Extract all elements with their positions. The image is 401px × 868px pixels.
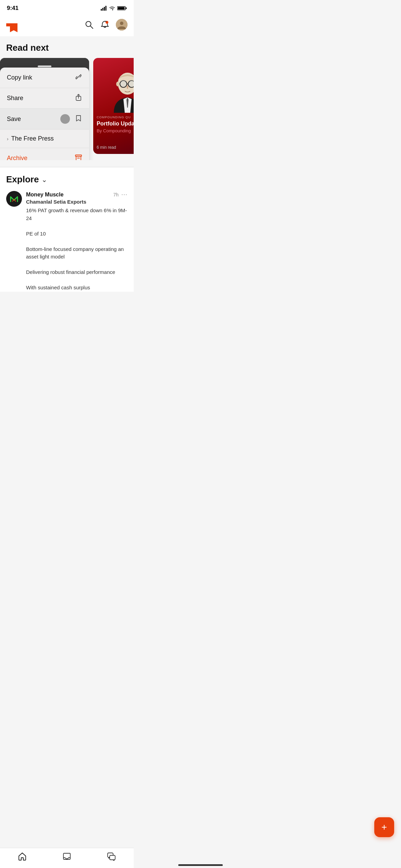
search-button[interactable] — [84, 20, 94, 29]
svg-line-8 — [90, 26, 93, 28]
card-tag: COMPOUNDING QU — [97, 116, 134, 119]
link-icon — [75, 73, 82, 82]
save-bookmark-icon — [75, 114, 82, 124]
card-right-read-time: 6 min read — [97, 145, 116, 150]
avatar[interactable] — [116, 19, 127, 31]
save-toggle[interactable] — [60, 114, 70, 124]
post-meta: 7h ··· — [113, 191, 127, 198]
save-item[interactable]: Save — [0, 109, 89, 130]
cards-inner: 8 min read — [0, 58, 134, 154]
the-free-press-label: The Free Press — [11, 135, 54, 142]
svg-rect-3 — [106, 6, 107, 11]
post-header-row: Money Muscle 7h ··· — [26, 191, 127, 198]
post-more-button[interactable]: ··· — [121, 191, 127, 198]
status-icons — [101, 6, 127, 11]
left-card-wrapper: 8 min read — [0, 58, 89, 154]
svg-rect-0 — [101, 9, 102, 11]
post-time: 7h — [113, 192, 119, 197]
post-line-1: 16% PAT growth & revenue down 6% in 9M-2… — [26, 207, 127, 222]
link-svg — [75, 73, 82, 81]
copy-link-label: Copy link — [7, 74, 32, 81]
save-controls — [60, 114, 82, 124]
card-handle — [38, 65, 51, 67]
post-avatar — [6, 191, 22, 207]
avatar-image — [116, 19, 127, 31]
svg-rect-5 — [126, 8, 127, 9]
share-svg — [75, 94, 82, 101]
chevron-right-icon: › — [7, 136, 9, 142]
app-logo[interactable] — [6, 17, 21, 32]
share-item[interactable]: Share — [0, 88, 89, 109]
read-next-section: Read next 8 min read — [0, 36, 134, 160]
post-line-2: PE of 10 — [26, 230, 127, 238]
the-free-press-item[interactable]: › The Free Press — [0, 130, 89, 148]
context-menu: Copy link Share — [0, 68, 89, 160]
archive-item[interactable]: Archive — [0, 148, 89, 160]
post-line-3: Bottom-line focused company operating an… — [26, 245, 127, 261]
svg-point-27 — [116, 82, 120, 86]
header-actions — [84, 19, 127, 31]
archive-icon — [75, 154, 82, 160]
post-line-4: Delivering robust financial performance — [26, 268, 127, 276]
card-right-image — [93, 58, 134, 113]
bookmark-svg — [75, 114, 82, 122]
status-bar: 9:41 — [0, 0, 134, 14]
bell-icon — [100, 20, 109, 29]
explore-section: Explore ⌄ Money Muscle 7h ··· Chamanlal — [0, 167, 134, 292]
notifications-button[interactable] — [100, 20, 110, 29]
explore-header: Explore ⌄ — [6, 174, 127, 185]
post-item[interactable]: Money Muscle 7h ··· Chamanlal Setia Expo… — [6, 191, 127, 292]
person-illustration — [104, 58, 134, 113]
explore-title: Explore — [6, 174, 39, 185]
archive-svg — [75, 154, 82, 160]
read-next-title: Read next — [0, 43, 134, 58]
svg-rect-6 — [118, 7, 125, 10]
bookmark-logo — [10, 23, 17, 32]
svg-point-22 — [120, 81, 127, 87]
post-content: Money Muscle 7h ··· Chamanlal Setia Expo… — [26, 191, 127, 292]
svg-line-16 — [77, 76, 80, 78]
cards-scroll[interactable]: 8 min read — [0, 58, 134, 160]
svg-rect-1 — [102, 8, 104, 11]
post-line-5: With sustained cash surplus — [26, 284, 127, 292]
card-right-author: By Compounding — [97, 128, 134, 133]
post-subtitle: Chamanlal Setia Exports — [26, 199, 127, 205]
right-card[interactable]: COMPOUNDING QU Portfolio Update By Compo… — [93, 58, 134, 154]
battery-icon — [117, 6, 127, 11]
signal-icon — [101, 6, 107, 11]
save-label: Save — [7, 116, 21, 123]
app-header — [0, 14, 134, 36]
search-icon — [85, 20, 94, 29]
money-muscle-logo — [8, 193, 20, 205]
post-body: 16% PAT growth & revenue down 6% in 9M-2… — [26, 207, 127, 292]
status-time: 9:41 — [7, 5, 19, 12]
copy-link-item[interactable]: Copy link — [0, 68, 89, 88]
share-label: Share — [7, 95, 23, 102]
post-author: Money Muscle — [26, 192, 63, 198]
svg-rect-18 — [75, 155, 82, 156]
explore-chevron-icon[interactable]: ⌄ — [41, 176, 47, 184]
svg-point-23 — [128, 81, 134, 87]
card-right-title: Portfolio Update — [97, 120, 134, 127]
archive-label: Archive — [7, 155, 27, 160]
card-right-content: COMPOUNDING QU Portfolio Update By Compo… — [93, 113, 134, 136]
wifi-icon — [109, 6, 115, 11]
share-icon — [75, 94, 82, 103]
svg-rect-2 — [104, 7, 105, 11]
svg-point-7 — [86, 22, 91, 27]
svg-point-12 — [120, 22, 123, 25]
